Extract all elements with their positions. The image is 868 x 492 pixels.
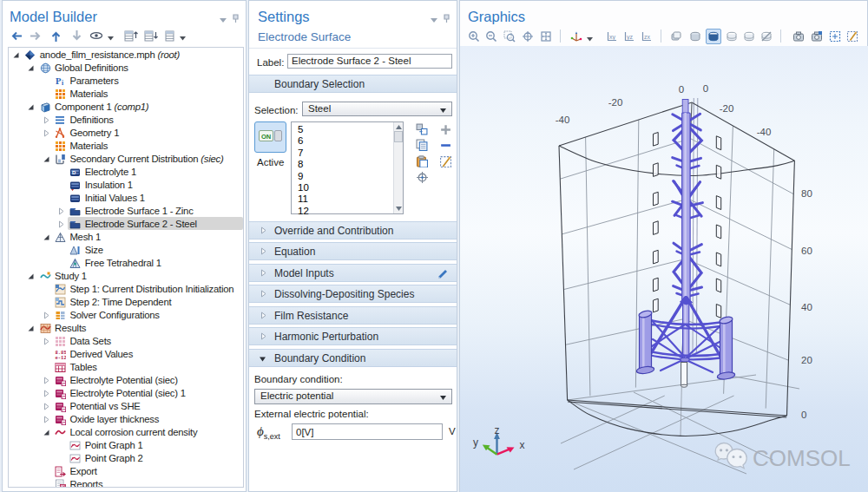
svg-text:COMSOL: COMSOL [753,445,851,471]
svg-text:P: P [56,76,62,86]
svg-text:i: i [62,79,63,87]
svg-text:0: 0 [679,84,684,95]
svg-text:0: 0 [801,410,806,420]
svg-text:-20: -20 [608,97,623,108]
svg-text:40: 40 [801,302,812,312]
svg-text:60: 60 [801,246,812,256]
svg-text:yz: yz [627,34,634,41]
svg-text:D: D [72,169,76,174]
svg-text:z: z [495,424,500,436]
svg-text:zx: zx [644,34,651,40]
svg-text:20: 20 [801,355,812,365]
svg-text:y: y [473,436,478,449]
svg-text:x: x [520,439,525,451]
svg-text:-40: -40 [757,127,772,137]
svg-text:0: 0 [703,83,708,94]
svg-text:80: 80 [801,188,812,199]
svg-text:-40: -40 [556,115,570,125]
svg-text:xy: xy [609,34,616,41]
svg-text:e-12: e-12 [55,355,66,360]
svg-text:-20: -20 [720,103,734,114]
